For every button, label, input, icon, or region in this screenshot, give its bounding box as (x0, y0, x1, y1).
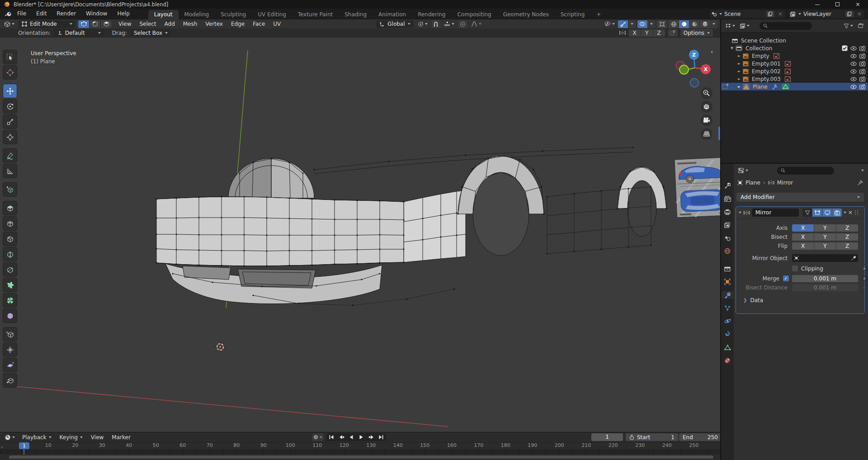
outliner-display-mode-button[interactable] (739, 22, 751, 30)
workspace-tab[interactable]: UV Editing (252, 10, 292, 19)
playback-menu[interactable]: Playback (18, 434, 56, 441)
empty-expand-arrow[interactable]: ► (736, 54, 742, 58)
workspace-tab[interactable]: + (590, 10, 607, 19)
scale-tool[interactable] (3, 115, 17, 128)
tab-render[interactable] (722, 195, 732, 202)
gizmo-neg-z-ball[interactable] (690, 79, 699, 87)
blender-menu-logo-icon[interactable] (5, 11, 12, 18)
shrink-fatten-tool[interactable] (3, 343, 17, 356)
workspace-tab[interactable]: Scripting (555, 10, 590, 19)
outliner-filter-button[interactable] (842, 22, 854, 30)
snap-base-icon[interactable] (668, 29, 678, 37)
bisect-x-button[interactable]: X (792, 233, 814, 241)
collection-hide-eye-icon[interactable] (850, 45, 857, 51)
empty-render-camera-icon[interactable] (859, 69, 865, 74)
panel-collapse-chevron[interactable] (739, 212, 741, 213)
show-in-edit-mode-toggle[interactable] (812, 209, 822, 217)
merge-animate-dot[interactable] (863, 278, 865, 280)
spin-tool[interactable] (3, 294, 17, 307)
pan-button[interactable] (701, 101, 712, 113)
tab-object[interactable] (722, 278, 732, 285)
plane-render-camera-icon[interactable] (859, 84, 865, 90)
select-box-tool[interactable] (3, 50, 17, 64)
mirror-x-toggle[interactable]: X (629, 29, 641, 37)
measure-tool[interactable] (3, 164, 17, 178)
merge-threshold-field[interactable]: 0.001 m (792, 275, 858, 282)
empty-render-camera-icon[interactable] (859, 53, 865, 59)
empty-hide-eye-icon[interactable] (850, 61, 857, 66)
tab-constraints[interactable] (722, 331, 732, 338)
cursor-tool[interactable] (3, 66, 17, 79)
workspace-tab[interactable]: Sculpting (215, 10, 252, 19)
playhead[interactable]: 1 (19, 442, 29, 449)
modifier-drag-handle[interactable] (854, 210, 859, 215)
jump-to-start-button[interactable] (326, 433, 336, 441)
extrude-region-tool[interactable] (3, 201, 17, 215)
knife-tool[interactable] (3, 263, 17, 276)
end-frame-field[interactable]: End 250 (679, 433, 722, 441)
drag-mode-dropdown[interactable]: Select Box (131, 29, 171, 37)
mirror-z-toggle[interactable]: Z (653, 29, 665, 37)
empty-image-data-icon[interactable] (785, 61, 791, 66)
vertex-select-mode-button[interactable] (78, 20, 89, 28)
poly-build-tool[interactable] (3, 278, 17, 292)
viewport-menu-item[interactable]: Vertex (201, 21, 227, 27)
row-scene-collection[interactable]: Scene Collection (721, 37, 868, 44)
menu-item[interactable]: Render (52, 10, 81, 17)
clipping-animate-dot[interactable] (863, 268, 865, 270)
options-dropdown[interactable]: Options (680, 29, 713, 37)
tab-particles[interactable] (722, 304, 732, 312)
timeline-editor-type-button[interactable] (3, 434, 16, 441)
mirror-y-toggle[interactable]: Y (641, 29, 653, 37)
transform-orientation-dropdown[interactable]: Global (376, 20, 413, 28)
move-tool[interactable] (3, 84, 17, 98)
axis-x-button[interactable]: X (792, 224, 814, 232)
scene-unlink-button[interactable]: ✕ (777, 11, 784, 17)
empty-image-data-icon[interactable] (785, 69, 791, 74)
show-on-cage-toggle[interactable] (802, 209, 812, 217)
breadcrumb-object[interactable]: Plane (745, 180, 760, 186)
row-collection[interactable]: ▼ Collection (721, 44, 868, 52)
add-modifier-button[interactable]: Add Modifier (736, 193, 864, 202)
show-gizmo-dropdown[interactable] (603, 20, 616, 28)
tab-view-layer[interactable] (722, 221, 732, 228)
current-frame-field[interactable]: 1 (591, 433, 623, 441)
plane-hide-eye-icon[interactable] (850, 84, 857, 90)
material-preview-button[interactable] (689, 20, 699, 28)
shading-dropdown[interactable] (710, 20, 717, 28)
axis-y-button[interactable]: Y (814, 224, 836, 232)
annotate-tool[interactable] (3, 149, 17, 162)
snap-target-dropdown[interactable] (443, 20, 456, 28)
workspace-tab[interactable]: Rendering (412, 10, 451, 19)
collection-expand-arrow[interactable]: ▼ (729, 46, 735, 50)
bisect-y-button[interactable]: Y (814, 233, 836, 241)
zoom-button[interactable] (701, 87, 712, 99)
flip-z-button[interactable]: Z (836, 242, 858, 250)
rendered-shading-button[interactable] (700, 20, 710, 28)
sidebar-collapse-arrow[interactable]: ‹ (711, 48, 713, 55)
pivot-point-dropdown[interactable] (416, 20, 429, 28)
add-cube-tool[interactable] (3, 183, 17, 196)
mode-dropdown[interactable]: Edit Mode (19, 20, 75, 28)
next-keyframe-button[interactable] (366, 433, 376, 441)
bisect-z-button[interactable]: Z (836, 233, 858, 241)
eyedropper-icon[interactable] (851, 256, 856, 261)
timeline-expand-arrow[interactable]: › (1, 444, 3, 450)
view-layer-copy-button[interactable] (845, 11, 854, 17)
menu-item[interactable]: File (12, 10, 31, 17)
flip-y-button[interactable]: Y (814, 242, 836, 250)
modifier-extras-dropdown[interactable] (844, 212, 846, 213)
menu-item[interactable]: Window (81, 10, 112, 17)
jump-to-end-button[interactable] (376, 433, 386, 441)
close-button[interactable]: ✕ (848, 0, 868, 9)
pin-icon[interactable] (858, 180, 863, 185)
start-frame-field[interactable]: Start 1 (626, 433, 678, 441)
flip-x-button[interactable]: X (792, 242, 814, 250)
viewport-menu-item[interactable]: View (114, 21, 135, 27)
loop-cut-tool[interactable] (3, 247, 17, 261)
timeline-ruler[interactable]: 1020304050607080901001101201301401501601… (0, 442, 720, 454)
wireframe-shading-button[interactable] (669, 20, 679, 28)
row-plane[interactable]: ► Plane (721, 83, 868, 90)
snapping-toggle[interactable] (432, 20, 440, 28)
viewport-menu-item[interactable]: Add (160, 21, 179, 27)
